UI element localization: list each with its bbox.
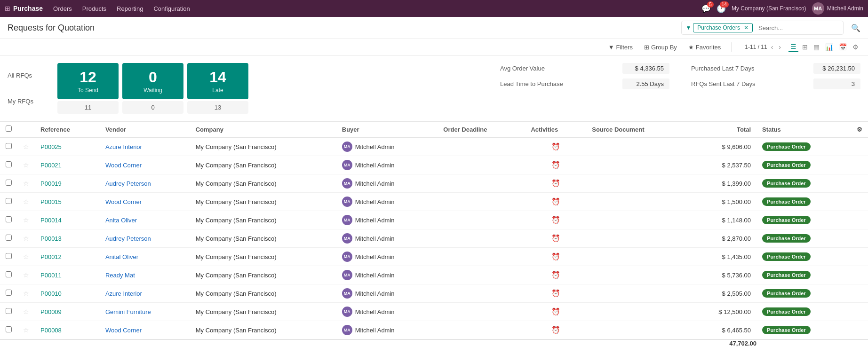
chat-button[interactable]: 💬 5 bbox=[701, 4, 711, 13]
reference-link[interactable]: P00009 bbox=[40, 308, 62, 315]
row-checkbox[interactable] bbox=[6, 143, 12, 149]
nav-configuration[interactable]: Configuration bbox=[149, 0, 194, 17]
activity-clock-icon[interactable]: ⏰ bbox=[551, 307, 560, 315]
total-header[interactable]: Total bbox=[687, 122, 757, 137]
search-input[interactable] bbox=[757, 24, 839, 32]
select-all-checkbox[interactable] bbox=[6, 126, 12, 132]
vendor-link[interactable]: Ready Mat bbox=[105, 272, 135, 279]
vendor-link[interactable]: Gemini Furniture bbox=[105, 308, 151, 315]
to-send-sub[interactable]: 11 bbox=[57, 101, 119, 114]
reference-link[interactable]: P00025 bbox=[40, 143, 62, 150]
activity-clock-icon[interactable]: ⏰ bbox=[551, 234, 560, 242]
waiting-sub[interactable]: 0 bbox=[122, 101, 183, 114]
filters-button[interactable]: ▼ Filters bbox=[605, 43, 636, 52]
app-logo[interactable]: ⊞ Purchase bbox=[5, 5, 43, 12]
favorite-star[interactable]: ☆ bbox=[23, 180, 29, 187]
vendor-header[interactable]: Vendor bbox=[100, 122, 190, 137]
reference-header[interactable]: Reference bbox=[35, 122, 100, 137]
vendor-link[interactable]: Wood Corner bbox=[105, 198, 142, 205]
activity-clock-icon[interactable]: ⏰ bbox=[551, 271, 560, 279]
vendor-link[interactable]: Azure Interior bbox=[105, 143, 142, 150]
vendor-link[interactable]: Wood Corner bbox=[105, 162, 142, 169]
chart-view[interactable]: 📊 bbox=[823, 42, 835, 52]
deadline-header[interactable]: Order Deadline bbox=[438, 122, 525, 137]
reference-link[interactable]: P00011 bbox=[40, 272, 62, 279]
clock-button[interactable]: 🕐 14 bbox=[717, 4, 726, 13]
activity-clock-icon[interactable]: ⏰ bbox=[551, 197, 560, 205]
next-page[interactable]: › bbox=[777, 43, 783, 51]
reference-link[interactable]: P00013 bbox=[40, 235, 62, 242]
settings-col-header: ⚙ bbox=[851, 122, 868, 137]
favorite-star[interactable]: ☆ bbox=[23, 326, 29, 334]
purchase-orders-tag[interactable]: Purchase Orders ✕ bbox=[693, 23, 753, 32]
vendor-link[interactable]: Wood Corner bbox=[105, 327, 142, 334]
row-checkbox[interactable] bbox=[6, 235, 12, 241]
row-status: Purchase Order bbox=[757, 303, 851, 321]
vendor-link[interactable]: Audrey Peterson bbox=[105, 180, 151, 187]
calendar-view[interactable]: 📅 bbox=[837, 42, 849, 52]
favorite-star[interactable]: ☆ bbox=[23, 235, 29, 242]
activity-clock-icon[interactable]: ⏰ bbox=[551, 252, 560, 260]
activities-header[interactable]: Activities bbox=[525, 122, 586, 137]
late-sub[interactable]: 13 bbox=[187, 101, 248, 114]
row-checkbox[interactable] bbox=[6, 326, 12, 332]
grid-view[interactable]: ▦ bbox=[812, 42, 821, 52]
vendor-link[interactable]: Audrey Peterson bbox=[105, 235, 151, 242]
source-header[interactable]: Source Document bbox=[586, 122, 687, 137]
reference-link[interactable]: P00015 bbox=[40, 198, 62, 205]
status-header[interactable]: Status bbox=[757, 122, 851, 137]
favorite-star[interactable]: ☆ bbox=[23, 198, 29, 205]
favorite-star[interactable]: ☆ bbox=[23, 143, 29, 150]
favorite-star[interactable]: ☆ bbox=[23, 161, 29, 169]
favorite-star[interactable]: ☆ bbox=[23, 308, 29, 315]
waiting-card[interactable]: 0 Waiting bbox=[122, 63, 183, 99]
settings-view[interactable]: ⚙ bbox=[851, 42, 860, 52]
reference-link[interactable]: P00008 bbox=[40, 327, 62, 334]
reference-link[interactable]: P00019 bbox=[40, 180, 62, 187]
nav-products[interactable]: Products bbox=[78, 0, 111, 17]
favorite-star[interactable]: ☆ bbox=[23, 253, 29, 260]
row-checkbox[interactable] bbox=[6, 216, 12, 222]
row-checkbox[interactable] bbox=[6, 161, 12, 167]
user-menu[interactable]: MA Mitchell Admin bbox=[812, 2, 863, 15]
company-header[interactable]: Company bbox=[190, 122, 336, 137]
favorite-star[interactable]: ☆ bbox=[23, 271, 29, 279]
row-checkbox[interactable] bbox=[6, 180, 12, 186]
row-checkbox[interactable] bbox=[6, 308, 12, 314]
row-status: Purchase Order bbox=[757, 284, 851, 303]
nav-reporting[interactable]: Reporting bbox=[112, 0, 148, 17]
to-send-card[interactable]: 12 To Send bbox=[57, 63, 119, 99]
row-checkbox[interactable] bbox=[6, 290, 12, 296]
row-checkbox[interactable] bbox=[6, 198, 12, 204]
list-view[interactable]: ☰ bbox=[788, 42, 798, 52]
reference-link[interactable]: P00021 bbox=[40, 162, 62, 169]
vendor-link[interactable]: Anita Oliver bbox=[105, 217, 137, 224]
search-icon[interactable]: 🔍 bbox=[851, 24, 860, 32]
tag-close[interactable]: ✕ bbox=[744, 24, 749, 31]
nav-orders[interactable]: Orders bbox=[48, 0, 77, 17]
vendor-link[interactable]: Azure Interior bbox=[105, 290, 142, 297]
prev-page[interactable]: ‹ bbox=[769, 43, 775, 51]
row-checkbox[interactable] bbox=[6, 253, 12, 259]
avg-order-value: $ 4,336.55 bbox=[622, 63, 669, 74]
reference-link[interactable]: P00014 bbox=[40, 217, 62, 224]
reference-link[interactable]: P00012 bbox=[40, 253, 62, 260]
favorites-button[interactable]: ★ Favorites bbox=[685, 43, 724, 52]
favorite-star[interactable]: ☆ bbox=[23, 216, 29, 224]
activity-clock-icon[interactable]: ⏰ bbox=[551, 161, 560, 169]
row-checkbox[interactable] bbox=[6, 271, 12, 277]
activity-clock-icon[interactable]: ⏰ bbox=[551, 289, 560, 297]
activity-clock-icon[interactable]: ⏰ bbox=[551, 179, 560, 187]
kanban-view[interactable]: ⊞ bbox=[800, 42, 810, 52]
favorite-star[interactable]: ☆ bbox=[23, 290, 29, 297]
activity-clock-icon[interactable]: ⏰ bbox=[551, 142, 560, 150]
groupby-button[interactable]: ⊞ Group By bbox=[641, 43, 680, 52]
reference-link[interactable]: P00010 bbox=[40, 290, 62, 297]
buyer-header[interactable]: Buyer bbox=[336, 122, 438, 137]
row-company: My Company (San Francisco) bbox=[190, 248, 336, 266]
row-reference: P00011 bbox=[35, 266, 100, 284]
activity-clock-icon[interactable]: ⏰ bbox=[551, 326, 560, 334]
late-card[interactable]: 14 Late bbox=[187, 63, 248, 99]
activity-clock-icon[interactable]: ⏰ bbox=[551, 216, 560, 224]
vendor-link[interactable]: Anital Oliver bbox=[105, 253, 138, 260]
